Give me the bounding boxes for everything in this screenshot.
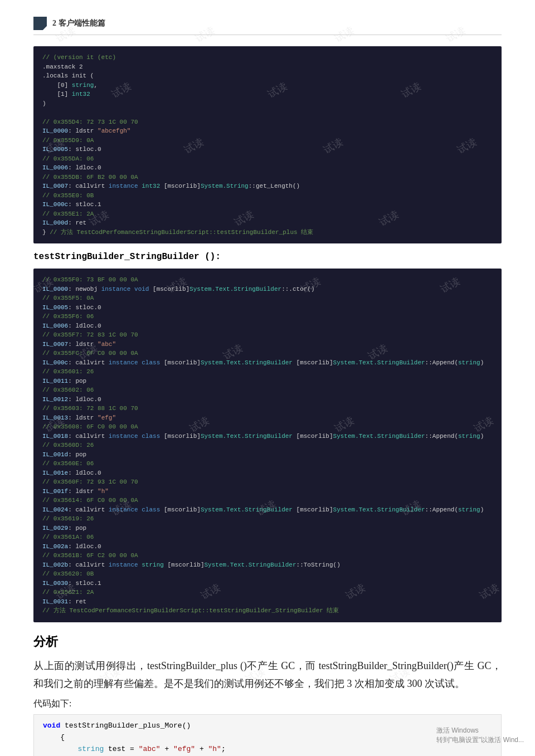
analysis-title: 分析 bbox=[33, 633, 502, 650]
inline-code-block: void testStringBuilder_plus_More() { str… bbox=[33, 714, 502, 756]
analysis-paragraph: 从上面的测试用例得出，testStringBuilder_plus ()不产生 … bbox=[33, 657, 502, 693]
chapter-header: 2 客户端性能篇 bbox=[33, 17, 502, 35]
win-activate-line2: 转到"电脑设置"以激活 Wind... bbox=[436, 735, 524, 745]
code-block-1: // (version it (etc) .maxstack 2 .locals… bbox=[33, 46, 502, 243]
chapter-title: 2 客户端性能篇 bbox=[52, 18, 105, 28]
code-block-2: // 0x355F0: 73 BF 00 00 0A IL_0000: newo… bbox=[33, 269, 502, 622]
page-content: 2 客户端性能篇 // (version it (etc) .maxstack … bbox=[0, 0, 535, 756]
chapter-icon bbox=[33, 17, 47, 30]
win-activate-notice: 激活 Windows 转到"电脑设置"以激活 Wind... bbox=[436, 726, 524, 745]
code-label: 代码如下: bbox=[33, 698, 502, 710]
func2-title: testStringBuilder_StringBuilder (): bbox=[33, 252, 502, 262]
win-activate-line1: 激活 Windows bbox=[436, 726, 524, 735]
